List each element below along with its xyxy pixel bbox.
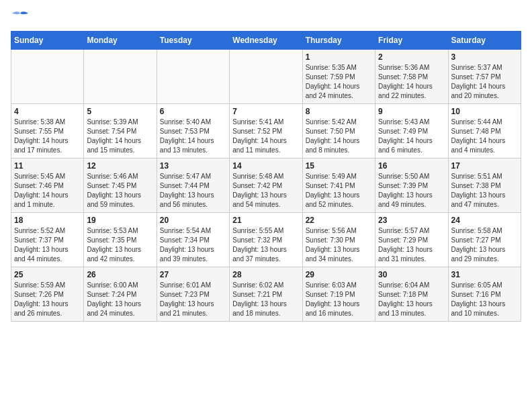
day-number: 24 [451,216,518,225]
day-info: Sunrise: 5:43 AM Sunset: 7:49 PM Dayligh… [378,118,445,155]
day-info: Sunrise: 5:40 AM Sunset: 7:53 PM Dayligh… [160,118,226,155]
day-info: Sunrise: 6:05 AM Sunset: 7:16 PM Dayligh… [451,281,518,318]
day-number: 5 [87,107,153,116]
day-number: 2 [378,52,445,62]
weekday-header-row: SundayMondayTuesdayWednesdayThursdayFrid… [11,32,521,50]
table-row: 5Sunrise: 5:39 AM Sunset: 7:54 PM Daylig… [84,104,157,158]
table-row: 30Sunrise: 6:04 AM Sunset: 7:18 PM Dayli… [375,267,448,322]
table-row: 7Sunrise: 5:41 AM Sunset: 7:52 PM Daylig… [230,104,302,158]
table-row: 25Sunrise: 5:59 AM Sunset: 7:26 PM Dayli… [11,267,84,322]
day-info: Sunrise: 6:04 AM Sunset: 7:18 PM Dayligh… [378,281,445,318]
day-info: Sunrise: 5:54 AM Sunset: 7:34 PM Dayligh… [160,226,226,264]
calendar-header: SundayMondayTuesdayWednesdayThursdayFrid… [11,32,521,50]
day-number: 9 [378,107,445,116]
table-row: 19Sunrise: 5:53 AM Sunset: 7:35 PM Dayli… [84,213,157,267]
day-number: 18 [14,216,81,225]
day-number: 4 [14,107,81,116]
day-info: Sunrise: 5:50 AM Sunset: 7:39 PM Dayligh… [378,172,445,210]
table-row: 28Sunrise: 6:02 AM Sunset: 7:21 PM Dayli… [230,267,302,322]
day-number: 30 [378,270,445,279]
day-number: 16 [378,161,445,171]
table-row: 12Sunrise: 5:46 AM Sunset: 7:45 PM Dayli… [84,158,157,213]
day-info: Sunrise: 5:48 AM Sunset: 7:42 PM Dayligh… [232,172,299,210]
day-info: Sunrise: 5:44 AM Sunset: 7:48 PM Dayligh… [451,118,518,155]
day-number: 11 [14,161,81,171]
logo [11,11,32,24]
day-info: Sunrise: 5:55 AM Sunset: 7:32 PM Dayligh… [232,226,299,264]
day-number: 15 [306,161,372,171]
table-row [230,50,302,104]
day-number: 20 [160,216,226,225]
day-number: 26 [87,270,153,279]
page-header [11,11,521,24]
day-number: 10 [451,107,518,116]
day-number: 3 [451,52,518,62]
day-info: Sunrise: 5:39 AM Sunset: 7:54 PM Dayligh… [87,118,153,155]
table-row: 26Sunrise: 6:00 AM Sunset: 7:24 PM Dayli… [84,267,157,322]
day-number: 27 [160,270,226,279]
day-info: Sunrise: 5:49 AM Sunset: 7:41 PM Dayligh… [306,172,372,210]
table-row [84,50,157,104]
day-number: 12 [87,161,153,171]
table-row: 31Sunrise: 6:05 AM Sunset: 7:16 PM Dayli… [448,267,521,322]
weekday-header-friday: Friday [375,32,448,50]
day-info: Sunrise: 6:01 AM Sunset: 7:23 PM Dayligh… [160,281,226,318]
table-row: 29Sunrise: 6:03 AM Sunset: 7:19 PM Dayli… [302,267,375,322]
day-info: Sunrise: 5:52 AM Sunset: 7:37 PM Dayligh… [14,226,81,264]
calendar-week-3: 11Sunrise: 5:45 AM Sunset: 7:46 PM Dayli… [11,158,521,213]
calendar-week-1: 1Sunrise: 5:35 AM Sunset: 7:59 PM Daylig… [11,50,521,104]
day-info: Sunrise: 5:42 AM Sunset: 7:50 PM Dayligh… [306,118,372,155]
table-row: 9Sunrise: 5:43 AM Sunset: 7:49 PM Daylig… [375,104,448,158]
calendar-table: SundayMondayTuesdayWednesdayThursdayFrid… [11,31,521,322]
day-info: Sunrise: 5:59 AM Sunset: 7:26 PM Dayligh… [14,281,81,318]
day-number: 14 [232,161,299,171]
table-row: 18Sunrise: 5:52 AM Sunset: 7:37 PM Dayli… [11,213,84,267]
calendar-week-4: 18Sunrise: 5:52 AM Sunset: 7:37 PM Dayli… [11,213,521,267]
day-info: Sunrise: 5:53 AM Sunset: 7:35 PM Dayligh… [87,226,153,264]
day-info: Sunrise: 6:00 AM Sunset: 7:24 PM Dayligh… [87,281,153,318]
day-info: Sunrise: 5:58 AM Sunset: 7:27 PM Dayligh… [451,226,518,264]
table-row: 27Sunrise: 6:01 AM Sunset: 7:23 PM Dayli… [157,267,229,322]
day-number: 8 [306,107,372,116]
day-info: Sunrise: 5:51 AM Sunset: 7:38 PM Dayligh… [451,172,518,210]
day-number: 7 [232,107,299,116]
day-number: 13 [160,161,226,171]
day-info: Sunrise: 5:38 AM Sunset: 7:55 PM Dayligh… [14,118,81,155]
table-row: 2Sunrise: 5:36 AM Sunset: 7:58 PM Daylig… [375,50,448,104]
table-row [157,50,229,104]
table-row: 23Sunrise: 5:57 AM Sunset: 7:29 PM Dayli… [375,213,448,267]
table-row: 24Sunrise: 5:58 AM Sunset: 7:27 PM Dayli… [448,213,521,267]
table-row: 15Sunrise: 5:49 AM Sunset: 7:41 PM Dayli… [302,158,375,213]
table-row: 11Sunrise: 5:45 AM Sunset: 7:46 PM Dayli… [11,158,84,213]
day-number: 31 [451,270,518,279]
table-row [11,50,84,104]
table-row: 1Sunrise: 5:35 AM Sunset: 7:59 PM Daylig… [302,50,375,104]
day-info: Sunrise: 5:37 AM Sunset: 7:57 PM Dayligh… [451,63,518,101]
day-number: 25 [14,270,81,279]
day-number: 6 [160,107,226,116]
day-info: Sunrise: 5:35 AM Sunset: 7:59 PM Dayligh… [306,63,372,101]
table-row: 21Sunrise: 5:55 AM Sunset: 7:32 PM Dayli… [230,213,302,267]
day-number: 17 [451,161,518,171]
calendar-week-5: 25Sunrise: 5:59 AM Sunset: 7:26 PM Dayli… [11,267,521,322]
day-number: 19 [87,216,153,225]
table-row: 20Sunrise: 5:54 AM Sunset: 7:34 PM Dayli… [157,213,229,267]
day-number: 23 [378,216,445,225]
table-row: 3Sunrise: 5:37 AM Sunset: 7:57 PM Daylig… [448,50,521,104]
day-number: 21 [232,216,299,225]
weekday-header-monday: Monday [84,32,157,50]
weekday-header-thursday: Thursday [302,32,375,50]
day-info: Sunrise: 6:03 AM Sunset: 7:19 PM Dayligh… [306,281,372,318]
calendar-week-2: 4Sunrise: 5:38 AM Sunset: 7:55 PM Daylig… [11,104,521,158]
day-info: Sunrise: 5:57 AM Sunset: 7:29 PM Dayligh… [378,226,445,264]
table-row: 17Sunrise: 5:51 AM Sunset: 7:38 PM Dayli… [448,158,521,213]
weekday-header-saturday: Saturday [448,32,521,50]
day-number: 29 [306,270,372,279]
day-number: 28 [232,270,299,279]
table-row: 8Sunrise: 5:42 AM Sunset: 7:50 PM Daylig… [302,104,375,158]
day-info: Sunrise: 6:02 AM Sunset: 7:21 PM Dayligh… [232,281,299,318]
day-info: Sunrise: 5:41 AM Sunset: 7:52 PM Dayligh… [232,118,299,155]
weekday-header-tuesday: Tuesday [157,32,229,50]
table-row: 6Sunrise: 5:40 AM Sunset: 7:53 PM Daylig… [157,104,229,158]
day-info: Sunrise: 5:45 AM Sunset: 7:46 PM Dayligh… [14,172,81,210]
